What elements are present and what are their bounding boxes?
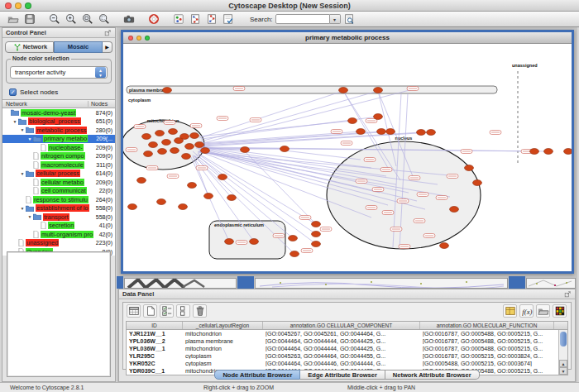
background-window[interactable] — [124, 278, 237, 289]
network-node[interactable] — [374, 114, 383, 120]
disclosure-arrow-icon[interactable]: ▼ — [19, 206, 26, 211]
delete-attribute-icon[interactable] — [193, 304, 207, 318]
open-icon[interactable] — [6, 12, 21, 26]
disclosure-arrow-icon[interactable]: ▼ — [12, 119, 18, 124]
network-node[interactable] — [530, 149, 539, 155]
tree-row[interactable]: ▼cellular process614(0) — [2, 170, 115, 179]
background-window[interactable] — [255, 278, 508, 289]
network-node[interactable] — [157, 199, 166, 205]
network-node[interactable] — [204, 194, 213, 199]
network-node[interactable] — [201, 148, 210, 154]
tab-network-attribute-browser[interactable]: Network Attribute Browser — [385, 370, 480, 380]
disclosure-arrow-icon[interactable]: ▼ — [26, 136, 33, 141]
advanced-search-icon[interactable] — [342, 12, 356, 26]
disclosure-arrow-icon[interactable]: ▼ — [19, 127, 26, 132]
column-header[interactable]: annotation.GO CELLULAR_COMPONENT — [263, 322, 420, 329]
network-canvas[interactable]: plasma membranecytoplasmmitochondrionnuc… — [123, 44, 572, 271]
tab-edge-attribute-browser[interactable]: Edge Attribute Browser — [300, 370, 385, 380]
search-input[interactable] — [275, 14, 330, 24]
tree-row[interactable]: cell communicat22(0) — [2, 187, 115, 196]
network-node[interactable] — [312, 222, 321, 227]
network-node[interactable] — [427, 130, 436, 136]
network-node[interactable] — [374, 88, 383, 93]
network-node[interactable] — [450, 207, 459, 213]
background-window-border[interactable] — [117, 276, 123, 289]
disclosure-arrow-icon[interactable]: ▼ — [26, 214, 33, 219]
network-node[interactable] — [227, 195, 237, 201]
float-icon[interactable] — [564, 290, 572, 298]
node-color-select[interactable]: transporter activity ▲▼ — [10, 66, 108, 79]
network-node[interactable] — [290, 251, 299, 257]
search-dropdown-button[interactable]: ▾ — [330, 14, 341, 24]
network-node[interactable] — [179, 204, 188, 210]
network-node[interactable] — [175, 138, 184, 144]
network-node[interactable] — [348, 118, 357, 124]
import-table-icon[interactable] — [503, 304, 517, 318]
tree-col-network[interactable]: Network — [2, 101, 89, 107]
tree-col-nodes[interactable]: Nodes — [89, 101, 115, 107]
tab-network[interactable]: Network — [5, 41, 54, 53]
tree-row[interactable]: ▼transport558(0) — [2, 213, 115, 222]
network-node[interactable] — [225, 239, 234, 245]
zoom-out-icon[interactable] — [47, 12, 62, 26]
network-node[interactable] — [544, 149, 553, 155]
formula-builder-icon[interactable]: f(x) — [519, 304, 534, 318]
network-node[interactable] — [289, 236, 298, 241]
network-node[interactable] — [162, 140, 171, 146]
tree-row[interactable]: ▼establishment of lo558(0) — [2, 204, 115, 213]
table-scrollbar[interactable]: ▲ ▼ — [558, 330, 567, 375]
column-header[interactable]: _cellularLayoutRegion — [183, 322, 263, 329]
tree-row[interactable]: ▼biological_process651(0) — [2, 117, 115, 127]
tree-row[interactable]: ▼metabolic process280(0) — [2, 126, 115, 135]
layout-a-icon[interactable] — [188, 12, 203, 26]
scrollbar-thumb[interactable] — [560, 332, 567, 347]
network-node[interactable] — [188, 183, 197, 189]
layout-b-icon[interactable] — [204, 12, 219, 26]
select-attributes-icon[interactable] — [160, 304, 174, 318]
new-attribute-icon[interactable] — [143, 304, 157, 318]
select-nodes-checkbox[interactable]: ✓ — [9, 88, 17, 96]
tree-row[interactable]: unassigned223(0) — [2, 239, 115, 248]
edit-network-icon[interactable] — [221, 12, 236, 26]
zoom-selected-icon[interactable] — [97, 12, 112, 26]
network-node[interactable] — [195, 142, 204, 148]
tab-overflow-button[interactable]: ▶ — [103, 41, 112, 53]
column-header[interactable]: annotation.GO MOLECULAR_FUNCTION — [420, 322, 554, 329]
scroll-up-button[interactable]: ▲ — [559, 360, 567, 367]
network-node[interactable] — [339, 88, 348, 93]
tree-row[interactable]: mosaic-demo-yeast874(0) — [2, 108, 115, 117]
network-node[interactable] — [473, 180, 482, 186]
network-node[interactable] — [312, 232, 321, 237]
network-node[interactable] — [250, 239, 259, 245]
network-node[interactable] — [377, 129, 386, 135]
network-node[interactable] — [280, 146, 290, 152]
background-window-border[interactable] — [237, 276, 254, 289]
network-node[interactable] — [356, 129, 366, 135]
network-node[interactable] — [158, 149, 167, 155]
help-icon[interactable] — [146, 12, 161, 26]
network-node[interactable] — [417, 130, 426, 136]
tree-row[interactable]: nucleobase-209(0) — [2, 143, 115, 152]
snapshot-icon[interactable] — [122, 12, 136, 26]
table-row[interactable]: YLR295Ccytoplasm[GO:0045263, GO:0044464,… — [127, 352, 567, 360]
network-node[interactable] — [144, 151, 153, 157]
network-node[interactable] — [241, 147, 250, 153]
table-row[interactable]: YPL036W__1mitochondrion[GO:0044464, GO:0… — [127, 345, 567, 352]
table-row[interactable]: YJR121W__1mitochondrion[GO:0045267, GO:0… — [127, 330, 567, 337]
background-window-border[interactable] — [509, 276, 525, 289]
network-node[interactable] — [137, 178, 146, 184]
network-window-titlebar[interactable]: primary metabolic process — [123, 32, 572, 44]
table-row[interactable]: YKR052Ccytoplasm[GO:0044464, GO:0044446,… — [127, 360, 567, 367]
tree-row[interactable]: cellular metabo209(0) — [2, 178, 115, 187]
tab-mosaic[interactable]: Mosaic — [54, 41, 103, 53]
tree-row[interactable]: ▼primary metabo209(... — [2, 135, 115, 144]
network-node[interactable] — [386, 129, 395, 135]
save-icon[interactable] — [22, 12, 37, 26]
open-file-icon[interactable] — [536, 304, 550, 318]
network-node[interactable] — [128, 204, 137, 210]
network-node[interactable] — [465, 165, 474, 171]
tree-row[interactable]: macromolecule311(0) — [2, 160, 115, 170]
background-window[interactable] — [526, 278, 576, 289]
network-node[interactable] — [440, 243, 449, 249]
table-row[interactable]: YPL036W__2plasma membrane[GO:0044464, GO… — [127, 337, 567, 345]
